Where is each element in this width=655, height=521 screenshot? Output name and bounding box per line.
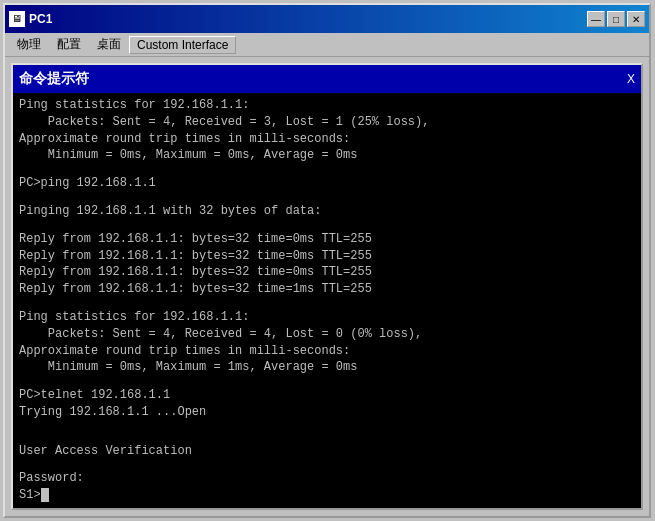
title-bar-left: 🖥 PC1 <box>9 11 52 27</box>
maximize-button[interactable]: □ <box>607 11 625 27</box>
menu-item-desktop[interactable]: 桌面 <box>89 34 129 55</box>
terminal-line: User Access Verification <box>19 443 635 460</box>
terminal-title-bar: 命令提示符 X <box>13 65 641 93</box>
terminal-line: Minimum = 0ms, Maximum = 0ms, Average = … <box>19 147 635 164</box>
terminal-line <box>19 192 635 203</box>
terminal-line: Approximate round trip times in milli-se… <box>19 131 635 148</box>
terminal-line: Packets: Sent = 4, Received = 4, Lost = … <box>19 326 635 343</box>
terminal-line: Pinging 192.168.1.1 with 32 bytes of dat… <box>19 203 635 220</box>
terminal-line <box>19 298 635 309</box>
terminal-line: Ping statistics for 192.168.1.1: <box>19 97 635 114</box>
terminal-line: PC>telnet 192.168.1.1 <box>19 387 635 404</box>
terminal-line <box>19 220 635 231</box>
terminal-title: 命令提示符 <box>19 70 89 88</box>
menu-item-physics[interactable]: 物理 <box>9 34 49 55</box>
terminal-line: Trying 192.168.1.1 ...Open <box>19 404 635 421</box>
terminal-line <box>19 164 635 175</box>
title-bar-buttons: — □ ✕ <box>587 11 645 27</box>
terminal-line: Ping statistics for 192.168.1.1: <box>19 309 635 326</box>
terminal-line <box>19 459 635 470</box>
terminal-line: Password: <box>19 470 635 487</box>
terminal-line: Reply from 192.168.1.1: bytes=32 time=0m… <box>19 231 635 248</box>
terminal-cursor <box>41 488 49 502</box>
terminal-close-button[interactable]: X <box>627 72 635 86</box>
close-button[interactable]: ✕ <box>627 11 645 27</box>
menu-item-config[interactable]: 配置 <box>49 34 89 55</box>
content-area: 命令提示符 X Ping statistics for 192.168.1.1:… <box>5 57 649 516</box>
terminal-line: Reply from 192.168.1.1: bytes=32 time=0m… <box>19 248 635 265</box>
window-icon: 🖥 <box>9 11 25 27</box>
terminal-line: Minimum = 0ms, Maximum = 1ms, Average = … <box>19 359 635 376</box>
terminal-line: Packets: Sent = 4, Received = 3, Lost = … <box>19 114 635 131</box>
terminal-line <box>19 432 635 443</box>
minimize-button[interactable]: — <box>587 11 605 27</box>
terminal-line: S1> <box>19 487 635 504</box>
main-window: 🖥 PC1 — □ ✕ 物理 配置 桌面 Custom Interface 命令… <box>3 3 651 518</box>
terminal-line: Reply from 192.168.1.1: bytes=32 time=1m… <box>19 281 635 298</box>
terminal-line: Reply from 192.168.1.1: bytes=32 time=0m… <box>19 264 635 281</box>
terminal-line <box>19 421 635 432</box>
terminal-window: 命令提示符 X Ping statistics for 192.168.1.1:… <box>11 63 643 510</box>
terminal-body[interactable]: Ping statistics for 192.168.1.1: Packets… <box>13 93 641 508</box>
terminal-line: Approximate round trip times in milli-se… <box>19 343 635 360</box>
window-title: PC1 <box>29 12 52 26</box>
title-bar: 🖥 PC1 — □ ✕ <box>5 5 649 33</box>
terminal-line <box>19 376 635 387</box>
menu-bar: 物理 配置 桌面 Custom Interface <box>5 33 649 57</box>
terminal-line: PC>ping 192.168.1.1 <box>19 175 635 192</box>
menu-item-custom-interface[interactable]: Custom Interface <box>129 36 236 54</box>
